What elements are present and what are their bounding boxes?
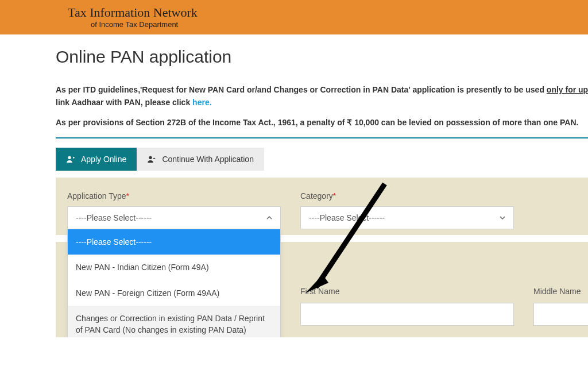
field-application-type: Application Type* ----Please Select-----… — [67, 191, 281, 229]
middle-name-label: Middle Name — [533, 287, 588, 296]
required-marker: * — [333, 191, 336, 201]
application-type-dropdown: ----Please Select------ New PAN - Indian… — [67, 229, 281, 337]
tab-continue-label: Continue With Application — [162, 155, 254, 164]
application-type-value: ----Please Select------ — [76, 213, 152, 222]
divider — [56, 137, 588, 138]
middle-name-input[interactable] — [533, 303, 588, 326]
tab-apply-online[interactable]: Apply Online — [56, 148, 137, 171]
chevron-up-icon — [266, 213, 272, 222]
notice1-underlined: only for update/co — [547, 85, 588, 94]
svg-point-0 — [68, 156, 71, 159]
dropdown-option-indian[interactable]: New PAN - Indian Citizen (Form 49A) — [68, 255, 280, 280]
form-panel-top: Application Type* ----Please Select-----… — [56, 178, 588, 235]
field-middle-name: Middle Name — [533, 287, 588, 326]
page-title: Online PAN application — [56, 47, 588, 67]
category-label: Category* — [300, 191, 514, 201]
category-value: ----Please Select------ — [309, 213, 385, 222]
user-return-icon — [147, 155, 156, 164]
chevron-down-icon — [500, 213, 505, 222]
header: Tax Information Network of Income Tax De… — [0, 0, 588, 34]
required-marker: * — [126, 191, 129, 201]
page-content: Online PAN application As per ITD guidel… — [0, 47, 588, 337]
tab-apply-label: Apply Online — [81, 155, 126, 164]
dropdown-option-foreign[interactable]: New PAN - Foreign Citizen (Form 49AA) — [68, 280, 280, 306]
tabs: Apply Online Continue With Application — [56, 148, 588, 171]
site-title: Tax Information Network — [68, 5, 198, 20]
svg-point-1 — [149, 156, 152, 159]
notice-penalty: As per provisions of Section 272B of the… — [56, 117, 588, 129]
notice1-text-a: As per ITD guidelines,'Request for New P… — [56, 85, 547, 94]
dropdown-option-changes[interactable]: Changes or Correction in existing PAN Da… — [68, 306, 280, 337]
first-name-input[interactable] — [300, 303, 514, 326]
application-type-label: Application Type* — [67, 191, 281, 201]
aadhaar-link[interactable]: here. — [192, 98, 211, 107]
header-title-block: Tax Information Network of Income Tax De… — [68, 6, 198, 29]
first-name-label: First Name — [300, 287, 514, 296]
field-first-name: First Name — [300, 287, 514, 326]
field-category: Category* ----Please Select------ — [300, 191, 514, 229]
user-plus-icon — [66, 155, 75, 164]
dropdown-option-placeholder[interactable]: ----Please Select------ — [68, 229, 280, 255]
category-select[interactable]: ----Please Select------ — [300, 206, 514, 229]
tab-continue[interactable]: Continue With Application — [137, 148, 264, 171]
notice-guidelines: As per ITD guidelines,'Request for New P… — [56, 84, 588, 109]
application-type-select[interactable]: ----Please Select------ — [67, 206, 281, 229]
notice1-text-b: link Aadhaar with PAN, please click — [56, 98, 192, 107]
site-subtitle: of Income Tax Department — [68, 20, 198, 29]
